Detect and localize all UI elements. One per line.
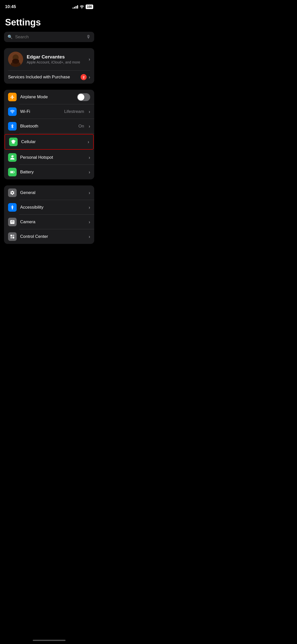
page-title: Settings [4,12,94,32]
wifi-label: Wi-Fi [20,109,61,114]
camera-icon-wrap [8,218,17,226]
account-row[interactable]: Edgar Cervantes Apple Account, iCloud+, … [4,48,94,70]
camera-chevron-icon: › [89,219,90,225]
account-card: Edgar Cervantes Apple Account, iCloud+, … [4,48,94,84]
bluetooth-icon [10,124,15,129]
signal-bars-icon [73,5,78,9]
battery-level: 100 [87,5,92,9]
camera-row[interactable]: Camera › [4,215,94,229]
airplane-mode-icon [8,93,17,101]
camera-label: Camera [20,219,85,224]
system-group: General › Accessibility › Camera [4,185,94,244]
wifi-chevron-icon: › [89,109,90,114]
wifi-icon-wrap [8,107,17,116]
accessibility-label: Accessibility [20,205,85,210]
personal-hotspot-chevron-icon: › [89,155,90,160]
general-icon-wrap [8,188,17,197]
services-right: 2 › [81,74,90,80]
status-time: 10:45 [5,4,16,9]
accessibility-icon-wrap [8,203,17,212]
services-badge: 2 [81,74,87,80]
wifi-status-icon [80,5,84,9]
bluetooth-chevron-icon: › [89,124,90,129]
control-center-icon-wrap [8,232,17,241]
general-row[interactable]: General › [4,185,94,200]
accessibility-chevron-icon: › [89,205,90,210]
general-chevron-icon: › [89,190,90,196]
svg-point-8 [13,143,14,144]
bluetooth-row[interactable]: Bluetooth On › [4,119,94,134]
services-row[interactable]: Services Included with Purchase 2 › [4,71,94,84]
personal-hotspot-icon-wrap [8,153,17,162]
svg-rect-15 [13,237,14,239]
battery-icon-wrap [8,168,17,176]
svg-point-4 [12,59,19,64]
gear-icon [10,190,15,195]
connectivity-group: Airplane Mode Wi-Fi Lifestream › Bl [4,90,94,179]
account-chevron-icon: › [89,57,90,62]
svg-rect-13 [13,235,14,237]
cellular-icon-wrap [9,138,18,146]
general-label: General [20,190,85,195]
svg-point-11 [12,205,13,206]
control-center-icon [10,234,15,239]
search-input[interactable] [15,35,84,40]
battery-label: Battery [20,170,85,175]
bluetooth-value: On [78,124,84,129]
main-content: Settings 🔍 🎙 Edgar Cervantes Apple Accou… [0,12,98,244]
cellular-label: Cellular [21,139,84,144]
personal-hotspot-row[interactable]: Personal Hotspot › [4,150,94,165]
svg-point-0 [82,8,82,9]
wifi-value: Lifestream [64,109,84,114]
services-chevron-icon: › [89,75,90,80]
wifi-icon [10,109,15,114]
airplane-mode-toggle-thumb [78,94,84,101]
personal-hotspot-icon [10,155,15,160]
avatar [8,52,23,67]
avatar-image [8,52,23,67]
svg-rect-12 [11,235,12,237]
status-icons: 100 [73,5,93,9]
personal-hotspot-label: Personal Hotspot [20,155,85,160]
airplane-mode-row[interactable]: Airplane Mode [4,90,94,104]
account-subtitle: Apple Account, iCloud+, and more [27,60,85,64]
control-center-label: Control Center [20,234,85,239]
battery-settings-icon [10,170,15,175]
camera-icon [10,219,15,224]
accessibility-row[interactable]: Accessibility › [4,200,94,215]
account-name: Edgar Cervantes [27,54,85,60]
battery-row[interactable]: Battery › [4,165,94,179]
control-center-chevron-icon: › [89,234,90,239]
mic-icon[interactable]: 🎙 [86,34,91,40]
battery-chevron-icon: › [89,170,90,175]
svg-rect-10 [11,172,13,173]
battery-icon: 100 [86,5,93,9]
control-center-row[interactable]: Control Center › [4,229,94,244]
search-bar[interactable]: 🔍 🎙 [4,32,94,42]
accessibility-icon [10,205,15,210]
services-label: Services Included with Purchase [8,75,70,80]
account-info: Edgar Cervantes Apple Account, iCloud+, … [27,54,85,64]
wifi-row[interactable]: Wi-Fi Lifestream › [4,104,94,119]
svg-rect-14 [11,237,12,239]
cellular-chevron-icon: › [88,139,89,145]
bluetooth-label: Bluetooth [20,124,75,129]
search-icon: 🔍 [8,35,13,39]
status-bar: 10:45 100 [0,0,98,12]
airplane-mode-label: Airplane Mode [20,94,74,100]
airplane-icon [10,94,15,100]
airplane-mode-toggle[interactable] [77,93,90,101]
cellular-row[interactable]: Cellular › [5,134,94,150]
bluetooth-icon-wrap [8,122,17,131]
